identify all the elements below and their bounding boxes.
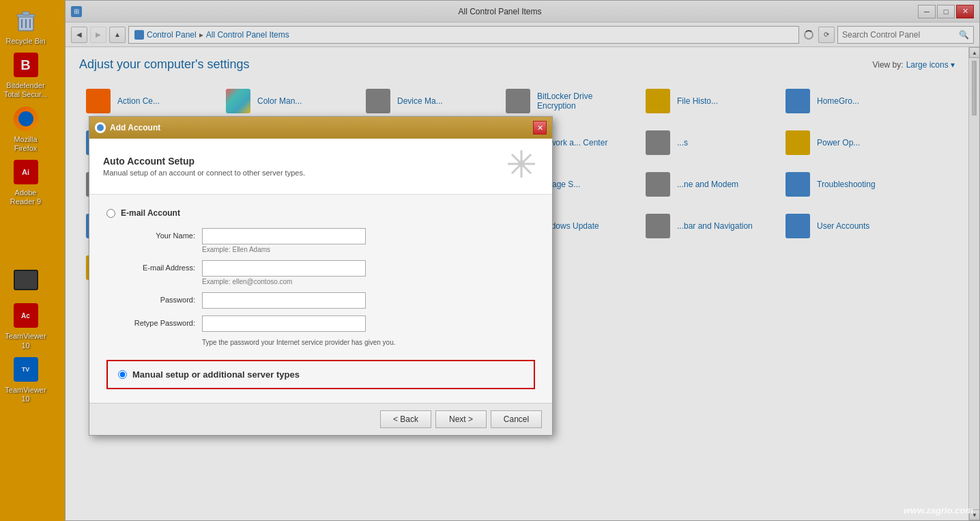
dialog-titlebar: Add Account ✕ bbox=[89, 117, 552, 139]
name-row: Your Name: Example: Ellen Adams bbox=[120, 228, 535, 253]
email-hint: Example: ellen@contoso.com bbox=[202, 278, 535, 285]
dialog-body: E-mail Account Your Name: Example: Ellen… bbox=[89, 195, 552, 403]
dialog-header: Auto Account Setup Manual setup of an ac… bbox=[89, 139, 552, 195]
email-row: E-mail Address: Example: ellen@contoso.c… bbox=[120, 260, 535, 285]
manual-radio-label[interactable]: Manual setup or additional server types bbox=[132, 369, 300, 380]
email-input[interactable] bbox=[202, 260, 366, 277]
email-account-option: E-mail Account bbox=[106, 208, 535, 218]
dialog-title: Add Account bbox=[110, 123, 160, 132]
modal-overlay: Add Account ✕ Auto Account Setup Manual … bbox=[0, 0, 980, 521]
manual-setup-option: Manual setup or additional server types bbox=[106, 360, 535, 389]
back-button[interactable]: < Back bbox=[380, 410, 431, 428]
retype-label: Retype Password: bbox=[120, 315, 202, 327]
retype-field-wrap bbox=[202, 315, 535, 332]
password-input[interactable] bbox=[202, 292, 366, 309]
add-account-dialog: Add Account ✕ Auto Account Setup Manual … bbox=[89, 116, 553, 436]
dialog-close-button[interactable]: ✕ bbox=[533, 121, 547, 135]
password-field-wrap bbox=[202, 292, 535, 309]
name-field-wrap: Example: Ellen Adams bbox=[202, 228, 535, 253]
password-row: Password: bbox=[120, 292, 535, 309]
dialog-footer: < Back Next > Cancel bbox=[89, 403, 552, 435]
name-label: Your Name: bbox=[120, 228, 202, 240]
dialog-header-icon bbox=[504, 147, 538, 186]
email-field-wrap: Example: ellen@contoso.com bbox=[202, 260, 535, 285]
email-radio-label[interactable]: E-mail Account bbox=[121, 208, 180, 218]
dialog-header-text: Auto Account Setup Manual setup of an ac… bbox=[103, 156, 305, 177]
cancel-button[interactable]: Cancel bbox=[491, 410, 542, 428]
password-hint: Type the password your Internet service … bbox=[202, 339, 535, 346]
watermark: www.zagrio.com bbox=[904, 505, 973, 516]
name-hint: Example: Ellen Adams bbox=[202, 246, 535, 253]
manual-radio[interactable] bbox=[118, 370, 127, 379]
name-input[interactable] bbox=[202, 228, 366, 244]
email-form: Your Name: Example: Ellen Adams E-mail A… bbox=[120, 228, 535, 346]
next-button[interactable]: Next > bbox=[435, 410, 487, 428]
password-label: Password: bbox=[120, 292, 202, 304]
dialog-header-title: Auto Account Setup bbox=[103, 156, 305, 167]
retype-row: Retype Password: bbox=[120, 315, 535, 332]
retype-input[interactable] bbox=[202, 315, 366, 332]
email-label: E-mail Address: bbox=[120, 260, 202, 272]
svg-point-10 bbox=[518, 160, 525, 167]
dialog-header-subtitle: Manual setup of an account or connect to… bbox=[103, 169, 305, 177]
email-radio[interactable] bbox=[106, 209, 115, 218]
